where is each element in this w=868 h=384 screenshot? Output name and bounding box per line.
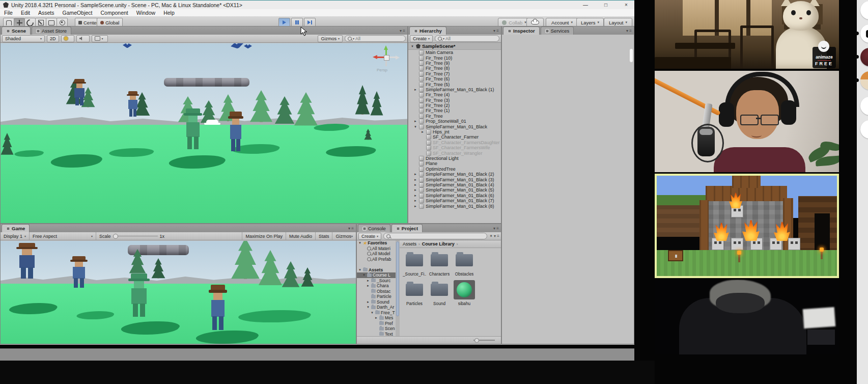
expand-arrow-icon[interactable]: ►	[413, 199, 417, 202]
game-toolbar-gizmos[interactable]: Gizmos▾	[332, 232, 356, 240]
hierarchy-create-dropdown[interactable]: Create▾	[410, 35, 433, 42]
asset-folder[interactable]: Particles	[403, 280, 426, 309]
hierarchy-item[interactable]: ►SimpleFarmer_Man_01_Black (1)	[408, 87, 501, 92]
hierarchy-item[interactable]: Fir_Tree (7)	[408, 71, 501, 76]
expand-arrow-icon[interactable]: ▼	[366, 306, 370, 309]
hierarchy-item[interactable]: ►SimpleFarmer_Man_01_Black (6)	[408, 193, 501, 198]
project-tree-item[interactable]: ►Sound	[357, 299, 396, 305]
project-tree-scrollbar[interactable]	[396, 240, 400, 337]
scene-root-row[interactable]: ▼ SampleScene*	[408, 43, 501, 50]
hierarchy-item[interactable]: Fir_Tree	[408, 114, 501, 119]
menu-component[interactable]: Component	[96, 10, 132, 16]
asset-folder[interactable]: Obstacles	[453, 251, 476, 279]
flying-object[interactable]	[123, 43, 132, 48]
asset-prefab[interactable]: sibahu	[453, 280, 476, 309]
asset-folder[interactable]: _Source_Fi...	[403, 251, 426, 279]
farmer-character[interactable]	[126, 91, 139, 118]
menu-assets[interactable]: Assets	[34, 10, 59, 16]
audio-toggle[interactable]	[76, 35, 90, 42]
effects-dropdown[interactable]: ▾	[92, 35, 108, 42]
project-tree-item[interactable]: Particle	[357, 294, 396, 299]
panel-menu-icons[interactable]: ▾ ≡	[493, 29, 501, 35]
hierarchy-item[interactable]: Fir_Tree (5)	[408, 81, 501, 87]
hierarchy-item[interactable]: Main Camera	[408, 50, 501, 55]
expand-arrow-icon[interactable]: ►	[366, 279, 370, 282]
project-tree-item[interactable]: All Materi	[357, 246, 396, 252]
avatar-5[interactable]	[860, 97, 868, 115]
ghost-farmer-character[interactable]	[183, 108, 203, 150]
avatar-4[interactable]	[860, 71, 868, 90]
flying-object[interactable]	[244, 44, 252, 48]
scale-slider-track[interactable]	[113, 236, 158, 237]
game-viewport[interactable]	[1, 241, 356, 344]
asset-folder[interactable]: Characters	[428, 251, 451, 279]
draw-mode-dropdown[interactable]: Shaded▾	[2, 35, 45, 42]
game-toolbar-stats[interactable]: Stats	[315, 232, 332, 240]
expand-arrow-icon[interactable]: ►	[413, 194, 417, 197]
lighting-toggle[interactable]	[61, 35, 74, 42]
scale-slider[interactable]: Scale 1x	[96, 232, 167, 240]
inspector-scrollbar[interactable]	[630, 49, 633, 62]
fir-tree[interactable]	[370, 91, 383, 121]
expand-arrow-icon[interactable]: ►	[413, 120, 417, 123]
expand-arrow-icon[interactable]: ▼	[370, 311, 374, 314]
hierarchy-item[interactable]: ►SimpleFarmer_Man_01_Black (8)	[408, 203, 501, 208]
hierarchy-item[interactable]: ▼SimpleFarmer_Man_01_Black	[408, 124, 501, 129]
project-tree-item[interactable]: ►_Sourc	[357, 278, 396, 284]
project-tree-item[interactable]: ►Chara	[357, 283, 396, 289]
minimize-button[interactable]: —	[580, 2, 591, 8]
project-search-input[interactable]	[383, 233, 487, 239]
hierarchy-item[interactable]: ►SimpleFarmer_Man_01_Black (2)	[408, 172, 501, 177]
hierarchy-item[interactable]: Fir_Tree (10)	[408, 55, 501, 60]
farmer-character[interactable]	[72, 79, 87, 106]
hierarchy-item[interactable]: Fir_Tree (6)	[408, 76, 501, 81]
menu-file[interactable]: File	[0, 10, 17, 16]
expand-arrow-icon[interactable]: ►	[413, 88, 417, 91]
hierarchy-item[interactable]: ►SimpleFarmer_Man_01_Black (3)	[408, 177, 501, 182]
hierarchy-item[interactable]: Fir_Tree (4)	[408, 92, 501, 97]
panel-menu-icons[interactable]: ▾ ≡	[493, 226, 501, 232]
avatar-3[interactable]	[860, 48, 868, 66]
thumbnail-zoom-slider[interactable]	[473, 340, 495, 341]
project-tree-item[interactable]: ►Mes	[357, 315, 396, 321]
project-tree-item[interactable]: Pref	[357, 321, 396, 326]
expand-arrow-icon[interactable]: ▼	[410, 45, 414, 48]
game-toolbar-maximize-on-play[interactable]: Maximize On Play	[242, 232, 286, 240]
project-tree-item[interactable]: ▼Free_T	[357, 310, 396, 316]
expand-arrow-icon[interactable]: ►	[366, 284, 370, 287]
project-tree-item[interactable]: ▼Assets	[357, 267, 396, 273]
hierarchy-item[interactable]: SF_Character_Wrangler	[408, 150, 501, 155]
hierarchy-item[interactable]: Fir_Tree (3)	[408, 98, 501, 103]
asset-folder[interactable]: Sound	[428, 280, 451, 309]
tab-console[interactable]: Console	[358, 224, 390, 232]
expand-arrow-icon[interactable]: ▼	[413, 125, 417, 128]
close-button[interactable]: ×	[621, 2, 631, 8]
breadcrumb-item[interactable]: Course Library	[422, 241, 455, 246]
avatar-6[interactable]	[860, 120, 868, 139]
avatar-1[interactable]	[860, 1, 868, 19]
expand-arrow-icon[interactable]: ▼	[358, 268, 362, 271]
hierarchy-item[interactable]: SF_Character_FarmersWife	[408, 145, 501, 150]
scene-viewport[interactable]: Persp	[1, 43, 407, 223]
maximize-button[interactable]: □	[601, 2, 611, 8]
webcam-panel-dark[interactable]	[655, 280, 839, 354]
flying-object[interactable]	[230, 43, 244, 50]
project-options-icons[interactable]: ✦ ▾ ≡	[489, 234, 499, 238]
tab-asset-store[interactable]: Asset Store	[32, 26, 71, 35]
hierarchy-item[interactable]: Fir_Tree (9)	[408, 61, 501, 66]
hierarchy-search-input[interactable]: ▾ All	[435, 35, 499, 42]
hierarchy-item[interactable]: ►SimpleFarmer_Man_01_Black (7)	[408, 198, 501, 203]
expand-arrow-icon[interactable]: ▼	[358, 241, 362, 244]
expand-arrow-icon[interactable]: ►	[421, 130, 425, 133]
avatar-2[interactable]	[860, 24, 868, 43]
hierarchy-item[interactable]: Directional Light	[408, 156, 501, 161]
tab-project[interactable]: Project	[391, 224, 423, 232]
webcam-panel-cat-avatar[interactable]: animaze FREE	[655, 0, 839, 69]
farmer-character[interactable]	[228, 112, 244, 152]
hierarchy-item[interactable]: Fir_Tree (8)	[408, 66, 501, 71]
menu-help[interactable]: Help	[159, 10, 179, 16]
expand-arrow-icon[interactable]: ►	[366, 300, 370, 304]
tab-inspector[interactable]: Inspector	[503, 26, 540, 35]
expand-arrow-icon[interactable]: ►	[413, 188, 417, 191]
expand-arrow-icon[interactable]: ►	[413, 183, 417, 186]
